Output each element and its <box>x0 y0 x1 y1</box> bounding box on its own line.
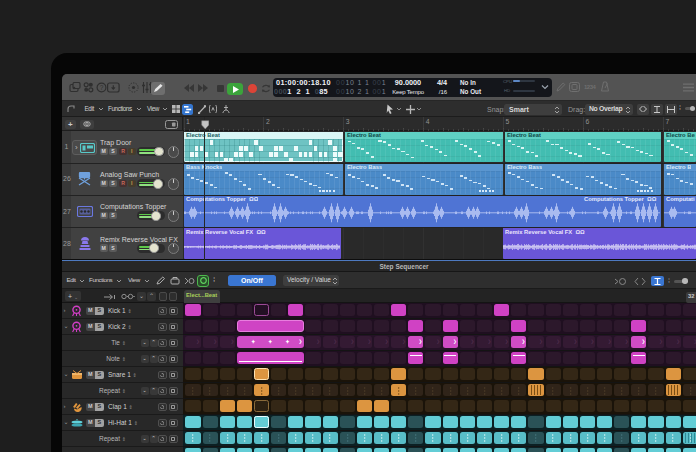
svg-text:?: ? <box>100 84 104 91</box>
